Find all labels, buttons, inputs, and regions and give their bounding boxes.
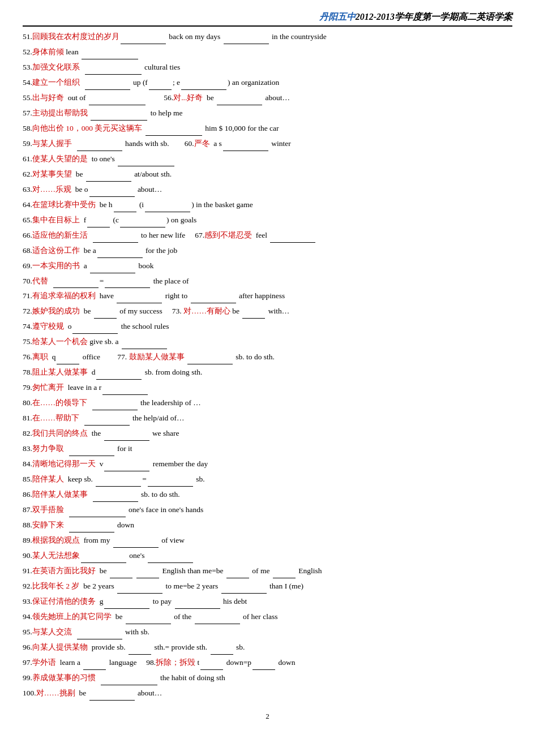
line-84: 84.清晰地记得那一天 v remember the day [23,457,512,471]
line-79: 79.匆忙离开 leave in a r [23,381,512,395]
content-area: 51.回顾我在农村度过的岁月 back on my days in the co… [23,30,512,701]
line-57: 57.主动提出帮助我 to help me [23,106,512,121]
blank-91b [136,570,159,578]
line-74: 74.遵守校规 o the school rules [23,320,512,334]
blank-60 [223,143,268,151]
blank-81 [84,418,130,426]
header-title: 学年度第一学期高二英语学案 [395,12,512,22]
blank-90b [148,555,193,563]
line-72: 72.嫉妒我的成功 be of my success 73. 对……有耐心 be… [23,304,512,319]
blank-91d [273,570,296,578]
blank-66 [93,235,138,243]
blank-75 [122,341,167,349]
blank-54a [85,82,130,90]
line-81: 81.在……帮助下 the help/aid of… [23,411,512,426]
blank-65b [120,220,165,227]
line-51: 51.回顾我在农村度过的岁月 back on my days in the co… [23,30,512,44]
blank-70b [105,280,150,288]
blank-68 [97,250,143,258]
blank-71b [191,295,236,303]
blank-76 [57,356,79,364]
year-text: 2012-2013 [356,12,395,22]
blank-78 [96,372,142,380]
blank-71a [117,295,162,303]
line-100: 100.对……挑剔 be about… [23,686,512,701]
line-54: 54.建立一个组织 up (f; e) an organization [23,76,512,90]
line-68: 68.适合这份工作 be a for the job [23,244,512,258]
blank-85b [148,479,193,487]
blank-90a [81,555,126,563]
blank-97a [83,662,106,670]
blank-64a [114,204,136,212]
blank-91a [110,570,132,578]
line-59: 59.与某人握手 hands with sb. 60.严冬 a s winter [23,137,512,151]
blank-87 [69,509,126,517]
blank-65a [87,220,110,227]
blank-95 [77,632,122,639]
blank-62 [86,174,131,182]
line-91: 91.在英语方面比我好 be English than me=be of me … [23,564,512,578]
blank-52 [82,51,138,59]
blank-88 [69,525,114,532]
line-66: 66.适应他的新生活 to her new life 67.感到不堪忍受 fee… [23,229,512,243]
school-name: 丹阳五中 [319,12,356,22]
blank-57 [91,113,147,121]
line-85: 85.陪伴某人 keep sb. = sb. [23,472,512,487]
blank-53 [85,67,142,75]
line-88: 88.安静下来 down [23,518,512,532]
line-87: 87.双手捂脸 one's face in one's hands [23,503,512,517]
blank-91c [226,570,249,578]
line-71: 71.有追求幸福的权利 have right to after happines… [23,289,512,303]
line-89: 89.根据我的观点 from my of view [23,534,512,548]
blank-94b [195,616,240,624]
line-97: 97.学外语 learn a language 98.拆除；拆毁 t down=… [23,656,512,670]
line-65: 65.集中在目标上 f (c) on goals [23,213,512,227]
line-61: 61.使某人失望的是 to one's [23,152,512,166]
line-55: 55.出与好奇 out of 56.对...好奇 be about… [23,91,512,105]
blank-98a [200,662,223,670]
blank-63 [89,189,135,197]
blank-61 [118,158,174,166]
line-58: 58.向他出价 10，000 美元买这辆车 him $ 10,000 for t… [23,122,512,136]
line-69: 69.一本实用的书 a book [23,259,512,273]
line-62: 62.对某事失望 be at/about sth. [23,167,512,182]
line-76: 76.离职 q office 77. 鼓励某人做某事 sb. to do sth… [23,350,512,364]
blank-73 [242,311,265,319]
line-78: 78.阻止某人做某事 d sb. from doing sth. [23,366,512,380]
line-99: 99.养成做某事的习惯 the habit of doing sth [23,671,512,685]
blank-74 [72,326,118,334]
blank-54b [149,82,172,90]
blank-77 [187,356,233,364]
blank-56 [217,97,262,105]
blank-96b [211,647,233,655]
line-94: 94.领先她班上的其它同学 be of the of her class [23,610,512,624]
blank-64b [145,204,190,212]
line-83: 83.努力争取 for it [23,442,512,456]
blank-96a [129,647,151,655]
line-63: 63.对……乐观 be o about… [23,183,512,197]
line-96: 96.向某人提供某物 provide sb. sth.= provide sth… [23,641,512,655]
line-75: 75.给某人一个机会 give sb. a [23,335,512,349]
line-95: 95.与某人交流 with sb. [23,625,512,639]
blank-92b [221,586,267,594]
blank-51a [121,36,166,44]
blank-79 [102,387,148,395]
blank-86 [93,494,138,502]
blank-92a [117,586,162,594]
line-86: 86.陪伴某人做某事 sb. to do sth. [23,488,512,502]
line-92: 92.比我年长 2 岁 be 2 years to me=be 2 years … [23,579,512,594]
blank-59 [77,143,122,151]
blank-55 [89,97,145,105]
blank-70a [53,280,99,288]
blank-58 [145,128,202,136]
blank-51b [224,36,269,44]
line-93: 93.保证付清他的债务 g to pay his debt [23,595,512,609]
blank-54c [181,82,226,90]
blank-83 [69,448,114,456]
blank-93b [175,601,220,609]
line-90: 90.某人无法想象 one's [23,549,512,563]
blank-98b [252,662,275,670]
line-64: 64.在篮球比赛中受伤 be h (i) in the basket game [23,198,512,212]
page-number: 2 [23,712,512,721]
blank-72 [94,311,117,319]
